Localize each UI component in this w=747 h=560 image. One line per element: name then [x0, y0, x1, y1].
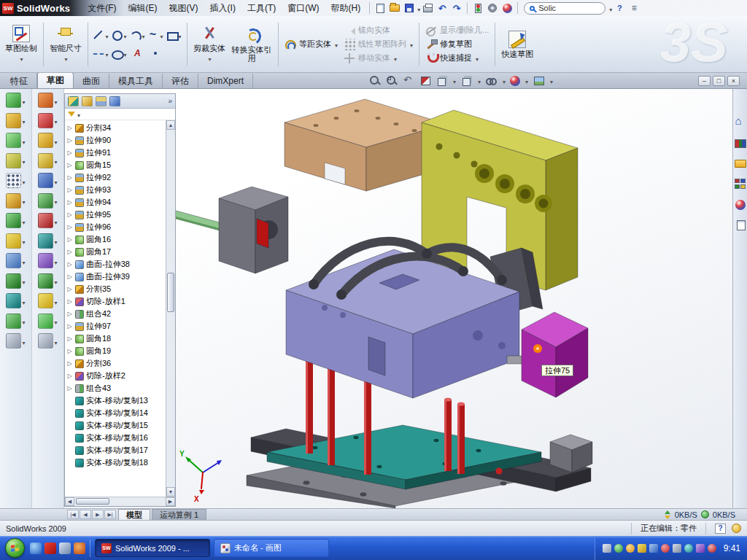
tree-horizontal-scrollbar[interactable]	[65, 497, 175, 506]
tree-item[interactable]: 实体-移动/复制13	[66, 394, 166, 407]
repair-sketch-button[interactable]: 修复草图	[423, 39, 491, 50]
expand-arrow-icon[interactable]	[66, 162, 73, 168]
tree-item[interactable]: 拉伸96	[66, 221, 166, 233]
quick-tips-help-icon[interactable]	[715, 524, 726, 534]
display-delete-relations-button[interactable]: 显示/删除几...	[423, 25, 491, 36]
tree-item[interactable]: 拉伸94	[66, 196, 166, 209]
left-toolbar-button[interactable]	[6, 193, 25, 209]
panel-expand-icon[interactable]	[168, 97, 172, 105]
tab-surfaces[interactable]: 曲面	[74, 74, 109, 88]
menu-window[interactable]: 窗口(W)	[282, 0, 325, 17]
tray-icon-messenger[interactable]	[661, 544, 670, 553]
tree-vertical-scrollbar[interactable]	[166, 120, 175, 497]
expand-arrow-icon[interactable]	[66, 125, 73, 131]
tree-item[interactable]: 圆角17	[66, 246, 166, 258]
trim-dropdown-icon[interactable]	[207, 54, 211, 64]
redo-icon[interactable]	[449, 1, 464, 15]
tree-item[interactable]: 拉伸97	[66, 320, 166, 332]
tab-mold-tools[interactable]: 模具工具	[109, 74, 163, 88]
left-toolbar-button[interactable]	[6, 293, 25, 308]
ellipse-button[interactable]	[110, 44, 128, 63]
tab-evaluate[interactable]: 评估	[163, 74, 198, 88]
tray-icon-network[interactable]	[649, 544, 658, 553]
left-toolbar-button[interactable]	[6, 333, 25, 349]
taskbar-window-solidworks[interactable]: SW SolidWorks 2009 - ...	[95, 539, 210, 557]
scrollbar-thumb[interactable]	[167, 273, 174, 312]
start-button[interactable]	[5, 538, 25, 558]
menu-file[interactable]: 文件(F)	[82, 0, 122, 17]
zoom-to-area-icon[interactable]	[385, 74, 398, 86]
scroll-right-icon[interactable]	[166, 497, 175, 506]
tree-item[interactable]: 曲面-拉伸39	[66, 271, 166, 283]
hide-show-dropdown-icon[interactable]	[502, 74, 506, 87]
trim-entities-button[interactable]: 剪裁实体	[191, 18, 228, 70]
tray-icon-download-manager[interactable]	[684, 544, 693, 553]
tree-item[interactable]: 拉伸91	[66, 147, 166, 159]
tray-icon-input-method[interactable]	[603, 544, 611, 553]
expand-arrow-icon[interactable]	[66, 273, 73, 280]
tray-icon-battery[interactable]	[708, 544, 716, 553]
left-toolbar-button[interactable]	[6, 113, 25, 128]
left-toolbar-button[interactable]	[38, 113, 57, 128]
tab-sketch[interactable]: 草图	[37, 72, 74, 88]
line-button[interactable]	[92, 26, 110, 44]
view-orientation-icon[interactable]	[436, 74, 448, 86]
expand-arrow-icon[interactable]	[66, 249, 73, 255]
rebuild-icon[interactable]	[471, 1, 485, 15]
left-toolbar-button[interactable]	[38, 333, 57, 349]
left-toolbar-button[interactable]	[38, 233, 57, 249]
minimize-button[interactable]	[698, 76, 711, 86]
save-icon[interactable]	[402, 1, 417, 15]
print-icon[interactable]	[420, 1, 435, 15]
open-folder-icon[interactable]	[387, 1, 402, 15]
dimxpertmanager-tab-icon[interactable]	[109, 96, 120, 106]
options-gear-icon[interactable]	[485, 1, 500, 15]
expand-arrow-icon[interactable]	[66, 149, 73, 156]
spline-button[interactable]	[147, 26, 165, 44]
left-toolbar-button[interactable]	[38, 173, 57, 188]
left-toolbar-button[interactable]	[6, 273, 25, 289]
expand-arrow-icon[interactable]	[66, 137, 73, 144]
expand-arrow-icon[interactable]	[66, 373, 73, 379]
search-box[interactable]: Solic	[524, 2, 605, 15]
tree-item[interactable]: 实体-移动/复制14	[66, 407, 166, 419]
taskbar-clock[interactable]: 9:41	[724, 543, 740, 553]
sketch-dropdown-icon[interactable]	[19, 54, 23, 64]
quick-snaps-button[interactable]: 快速捕捉	[423, 52, 491, 64]
tree-item[interactable]: 分割34	[66, 122, 166, 134]
tray-icon-security-shield[interactable]	[638, 544, 646, 553]
left-toolbar-button[interactable]	[6, 253, 25, 268]
appearance-dropdown-icon[interactable]	[525, 74, 528, 87]
tree-item[interactable]: 圆角15	[66, 159, 166, 171]
tree-item[interactable]: 实体-移动/复制18	[66, 456, 166, 469]
edit-appearance-ball-icon[interactable]	[510, 76, 520, 86]
tree-item[interactable]: 圆角19	[66, 345, 166, 357]
prev-tab-icon[interactable]	[80, 510, 91, 519]
menu-expand-icon[interactable]	[627, 1, 641, 15]
left-toolbar-button[interactable]	[38, 213, 57, 228]
tree-item[interactable]: 切除-放样2	[66, 370, 166, 382]
linear-pattern-button[interactable]: 线性草图阵列	[341, 39, 415, 50]
file-explorer-icon[interactable]	[735, 160, 746, 168]
sketch-text-button[interactable]	[128, 44, 147, 63]
expand-arrow-icon[interactable]	[66, 187, 73, 193]
last-tab-icon[interactable]	[104, 510, 116, 519]
scroll-up-icon[interactable]	[166, 120, 175, 130]
expand-arrow-icon[interactable]	[66, 360, 73, 367]
mirror-entities-button[interactable]: 镜向实体	[341, 25, 415, 36]
left-toolbar-button[interactable]	[6, 93, 25, 108]
view-palette-icon[interactable]	[735, 179, 746, 190]
left-toolbar-button[interactable]	[38, 153, 57, 168]
part-red-bolt[interactable]	[496, 468, 503, 475]
expand-arrow-icon[interactable]	[66, 199, 73, 206]
tree-item[interactable]: 拉伸90	[66, 134, 166, 147]
new-document-icon[interactable]	[373, 1, 387, 15]
tab-dimxpert[interactable]: DimXpert	[198, 74, 253, 88]
tree-item[interactable]: 组合43	[66, 382, 166, 394]
left-toolbar-button[interactable]	[6, 233, 25, 249]
expand-arrow-icon[interactable]	[66, 311, 73, 317]
tree-item[interactable]: 拉伸92	[66, 171, 166, 184]
quick-launch-browser-icon[interactable]	[30, 542, 42, 554]
solidworks-resources-icon[interactable]	[735, 117, 746, 128]
quick-launch-show-desktop-icon[interactable]	[59, 542, 71, 554]
